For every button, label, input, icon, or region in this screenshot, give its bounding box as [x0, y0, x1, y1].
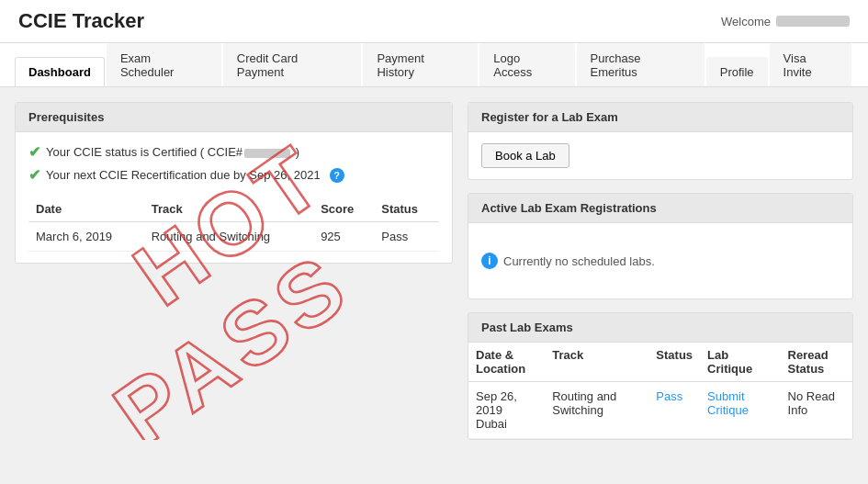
- app-header: CCIE Tracker Welcome: [0, 0, 868, 43]
- tab-purchase-emeritus[interactable]: Purchase Emeritus: [577, 43, 705, 86]
- past-cell-track: Routing and Switching: [545, 382, 648, 439]
- past-cell-date-location: Sep 26, 2019Dubai: [468, 382, 545, 439]
- info-circle-icon: i: [481, 253, 498, 269]
- left-column: Prerequisites ✔ Your CCIE status is Cert…: [15, 102, 453, 440]
- check-icon-2: ✔: [28, 166, 40, 184]
- past-cell-reread-status: No Read Info: [781, 382, 852, 439]
- welcome-label: Welcome: [721, 15, 771, 28]
- prereq-item-1: ✔ Your CCIE status is Certified ( CCIE# …: [28, 143, 439, 161]
- past-lab-exams-title: Past Lab Exams: [468, 313, 852, 343]
- tab-credit-card-payment[interactable]: Credit Card Payment: [223, 43, 362, 86]
- past-table-header-row: Date &Location Track Status LabCritique …: [468, 343, 852, 382]
- submit-critique-link[interactable]: Submit Critique: [707, 389, 749, 417]
- cell-date: March 6, 2019: [28, 222, 144, 252]
- book-lab-button[interactable]: Book a Lab: [481, 143, 569, 168]
- active-registrations-panel: Active Lab Exam Registrations i Currentl…: [468, 193, 853, 299]
- past-lab-exams-body: Date &Location Track Status LabCritique …: [468, 343, 852, 439]
- prereq-item-2: ✔ Your next CCIE Recertification due by …: [28, 166, 439, 184]
- past-col-status: Status: [648, 343, 700, 382]
- register-lab-panel: Register for a Lab Exam Book a Lab: [468, 102, 853, 180]
- no-labs-text: Currently no scheduled labs.: [503, 254, 655, 268]
- tab-exam-scheduler[interactable]: Exam Scheduler: [107, 43, 221, 86]
- col-status: Status: [374, 197, 439, 222]
- tab-bar: Dashboard Exam Scheduler Credit Card Pay…: [0, 43, 868, 87]
- past-lab-exams-panel: Past Lab Exams Date &Location Track Stat…: [468, 312, 853, 440]
- check-icon-1: ✔: [28, 143, 40, 161]
- tab-visa-invite[interactable]: Visa Invite: [770, 43, 851, 86]
- username-masked: [776, 16, 850, 27]
- main-content: Prerequisites ✔ Your CCIE status is Cert…: [0, 87, 868, 455]
- register-lab-body: Book a Lab: [468, 132, 852, 179]
- tab-payment-history[interactable]: Payment History: [363, 43, 478, 86]
- past-lab-exams-table: Date &Location Track Status LabCritique …: [468, 343, 852, 439]
- col-track: Track: [144, 197, 313, 222]
- past-cell-lab-critique: Submit Critique: [700, 382, 781, 439]
- prereq-text-2: Your next CCIE Recertification due by Se…: [46, 168, 321, 182]
- cell-status: Pass: [374, 222, 439, 252]
- past-col-lab-critique: LabCritique: [700, 343, 781, 382]
- table-header-row: Date Track Score Status: [28, 197, 439, 222]
- no-labs-message: i Currently no scheduled labs.: [481, 234, 840, 287]
- past-cell-status: Pass: [648, 382, 700, 439]
- svg-text:PASS: PASS: [97, 234, 366, 440]
- tab-logo-access[interactable]: Logo Access: [479, 43, 574, 86]
- prerequisites-table: Date Track Score Status March 6, 2019 Ro…: [28, 197, 439, 252]
- ccie-number-masked: [244, 149, 290, 158]
- past-lab-row: Sep 26, 2019Dubai Routing and Switching …: [468, 382, 852, 439]
- right-column: Register for a Lab Exam Book a Lab Activ…: [468, 102, 853, 440]
- col-score: Score: [313, 197, 374, 222]
- prerequisites-body: ✔ Your CCIE status is Certified ( CCIE# …: [16, 132, 452, 263]
- welcome-area: Welcome: [721, 15, 850, 28]
- table-row: March 6, 2019 Routing and Switching 925 …: [28, 222, 439, 252]
- register-lab-title: Register for a Lab Exam: [468, 103, 852, 132]
- col-date: Date: [28, 197, 144, 222]
- prerequisites-title: Prerequisites: [16, 103, 452, 132]
- tab-profile[interactable]: Profile: [706, 57, 768, 86]
- app-title: CCIE Tracker: [18, 9, 144, 33]
- past-col-date-location: Date &Location: [468, 343, 545, 382]
- info-icon[interactable]: ?: [330, 168, 344, 183]
- active-registrations-body: i Currently no scheduled labs.: [468, 223, 852, 298]
- tab-dashboard[interactable]: Dashboard: [15, 57, 105, 86]
- cell-track: Routing and Switching: [144, 222, 313, 252]
- past-col-reread-status: RereadStatus: [781, 343, 852, 382]
- cell-score: 925: [313, 222, 374, 252]
- active-registrations-title: Active Lab Exam Registrations: [468, 194, 852, 223]
- prereq-text-1: Your CCIE status is Certified ( CCIE# ): [46, 145, 299, 159]
- past-col-track: Track: [545, 343, 648, 382]
- prerequisites-panel: Prerequisites ✔ Your CCIE status is Cert…: [15, 102, 453, 264]
- status-pass-badge: Pass: [656, 389, 682, 403]
